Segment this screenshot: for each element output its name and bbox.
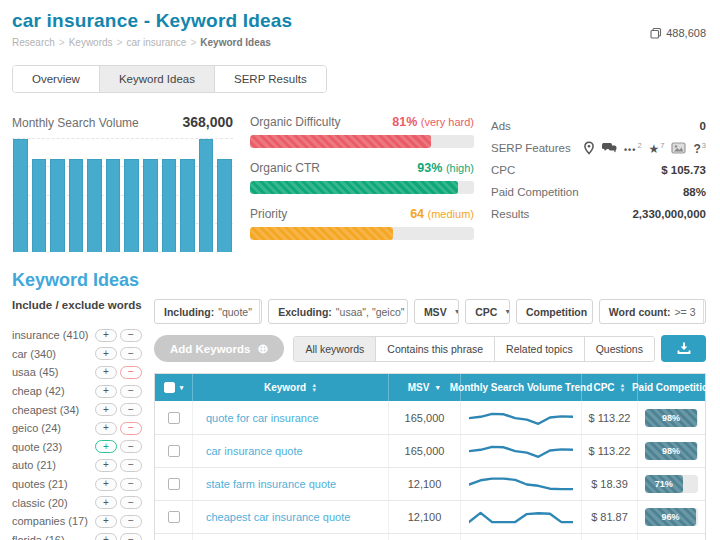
include-word-button[interactable]: + <box>95 329 117 342</box>
row-checkbox[interactable] <box>168 412 180 424</box>
plus-icon: + <box>103 330 109 340</box>
filter-dropdown-competition[interactable]: Competition▼ <box>516 299 593 324</box>
trend-sparkline <box>469 404 573 432</box>
plus-icon: + <box>103 516 109 526</box>
include-word-button[interactable]: + <box>95 496 117 509</box>
msv-bar <box>162 159 177 252</box>
include-word-button[interactable]: + <box>95 366 117 379</box>
keyword-link[interactable]: car insurance quote <box>193 435 389 467</box>
tab-all-keywords[interactable]: All keywords <box>294 337 376 361</box>
download-button[interactable] <box>661 335 706 362</box>
word-row: insurance (410)+− <box>12 326 142 345</box>
organic-difficulty-gauge: Organic Difficulty 81% (very hard) <box>250 115 474 148</box>
exclude-word-button[interactable]: − <box>120 347 142 360</box>
keyword-link[interactable]: quote for car insurance <box>193 401 389 434</box>
exclude-word-button[interactable]: − <box>120 403 142 416</box>
competition-value: 98% <box>662 446 680 456</box>
tab-questions[interactable]: Questions <box>585 337 654 361</box>
filter-chip-body[interactable]: Word count:>= 3 <box>600 300 703 323</box>
include-word-button[interactable]: + <box>95 440 117 453</box>
tab-keyword-ideas[interactable]: Keyword Ideas <box>100 66 215 92</box>
breadcrumb-item-keywords[interactable]: Keywords <box>69 37 113 48</box>
table-row: cheapest car insurance quote12,100$ 81.8… <box>155 500 705 533</box>
select-all-header[interactable]: ▾ <box>155 374 193 401</box>
breadcrumb-item-query[interactable]: car insurance <box>126 37 186 48</box>
filter-row: Including:"quote" ✕ Excluding:"usaa", "g… <box>154 299 706 324</box>
exclude-word-button[interactable]: − <box>120 366 142 379</box>
remove-filter-icon[interactable]: ✕ <box>703 300 707 323</box>
include-word-button[interactable]: + <box>95 422 117 435</box>
include-word-button[interactable]: + <box>95 347 117 360</box>
tab-serp-results[interactable]: SERP Results <box>215 66 326 92</box>
plus-icon: + <box>103 349 109 359</box>
filter-chip-body[interactable]: Including:"quote" <box>155 300 259 323</box>
paid-competition-cell: 71% <box>638 468 705 500</box>
competition-value: 71% <box>655 479 673 489</box>
filter-chip-body[interactable]: Excluding:"usaa", "geico" <box>269 300 408 323</box>
breadcrumb-separator: > <box>59 37 65 48</box>
competition-fill: 96% <box>645 508 696 526</box>
cpc-cell: $ 81.87 <box>582 501 638 533</box>
minus-icon: − <box>128 349 134 359</box>
monthly-search-volume-panel: Monthly Search Volume 368,000 <box>12 114 233 253</box>
exclude-word-button[interactable]: − <box>120 533 142 540</box>
remove-filter-icon[interactable]: ✕ <box>259 300 262 323</box>
cpc-cell: $ 113.22 <box>582 435 638 467</box>
minus-icon: − <box>128 330 134 340</box>
include-word-button[interactable]: + <box>95 515 117 528</box>
page-header: car insurance - Keyword Ideas Research>K… <box>0 0 720 48</box>
header-keyword[interactable]: Keyword ▲▼ <box>193 374 389 401</box>
row-checkbox[interactable] <box>168 511 180 523</box>
include-word-button[interactable]: + <box>95 385 117 398</box>
exclude-word-button[interactable]: − <box>120 329 142 342</box>
metric-gauges: Organic Difficulty 81% (very hard) Organ… <box>250 114 474 253</box>
include-word-button[interactable]: + <box>95 478 117 491</box>
row-checkbox[interactable] <box>168 445 180 457</box>
msv-bar <box>69 159 84 252</box>
include-word-button[interactable]: + <box>95 533 117 540</box>
row-checkbox-cell <box>155 435 193 467</box>
word-label: usaa (45) <box>12 366 92 378</box>
keyword-link[interactable]: car insurance quote cheapest <box>193 534 389 540</box>
row-checkbox[interactable] <box>168 478 180 490</box>
exclude-word-button[interactable]: − <box>120 496 142 509</box>
gauge-track <box>250 181 474 194</box>
tab-contains-phrase[interactable]: Contains this phrase <box>376 337 495 361</box>
exclude-word-button[interactable]: − <box>120 440 142 453</box>
exclude-word-button[interactable]: − <box>120 478 142 491</box>
exclude-word-button[interactable]: − <box>120 385 142 398</box>
word-label: classic (20) <box>12 497 92 509</box>
table-row: state farm insurance quote12,100$ 18.397… <box>155 467 705 500</box>
stat-label: CPC <box>491 164 515 176</box>
keyword-list-tabs: All keywords Contains this phrase Relate… <box>293 336 655 362</box>
breadcrumb-separator: > <box>190 37 196 48</box>
breadcrumb: Research>Keywords>car insurance>Keyword … <box>12 37 706 48</box>
include-word-button[interactable]: + <box>95 403 117 416</box>
star-count: 7 <box>660 141 664 150</box>
tab-related-topics[interactable]: Related topics <box>495 337 585 361</box>
header-paid-competition[interactable]: Paid Competition ▲▼ <box>638 374 719 401</box>
select-all-checkbox[interactable] <box>164 382 175 393</box>
star-icon: ★7 <box>649 141 665 156</box>
page-title: car insurance - Keyword Ideas <box>12 10 706 32</box>
keyword-link[interactable]: cheapest car insurance quote <box>193 501 389 533</box>
breadcrumb-item-research[interactable]: Research <box>12 37 55 48</box>
tab-overview[interactable]: Overview <box>13 66 100 92</box>
include-word-button[interactable]: + <box>95 459 117 472</box>
filter-dropdown-cpc[interactable]: CPC▼ <box>465 299 510 324</box>
question-count: 3 <box>702 141 706 150</box>
header-cpc[interactable]: CPC ▲▼ <box>582 374 638 401</box>
add-keywords-button[interactable]: Add Keywords ⊕ <box>154 335 284 362</box>
gauge-fill <box>250 227 393 240</box>
competition-fill: 98% <box>645 442 697 460</box>
section-title: Keyword Ideas <box>12 270 720 291</box>
filter-dropdown-msv[interactable]: MSV▼ <box>414 299 459 324</box>
competition-fill: 71% <box>645 475 683 493</box>
exclude-word-button[interactable]: − <box>120 515 142 528</box>
stacked-sheets-icon <box>650 27 662 39</box>
keyword-link[interactable]: state farm insurance quote <box>193 468 389 500</box>
trend-cell <box>461 534 582 540</box>
word-label: companies (17) <box>12 515 92 527</box>
exclude-word-button[interactable]: − <box>120 422 142 435</box>
exclude-word-button[interactable]: − <box>120 459 142 472</box>
